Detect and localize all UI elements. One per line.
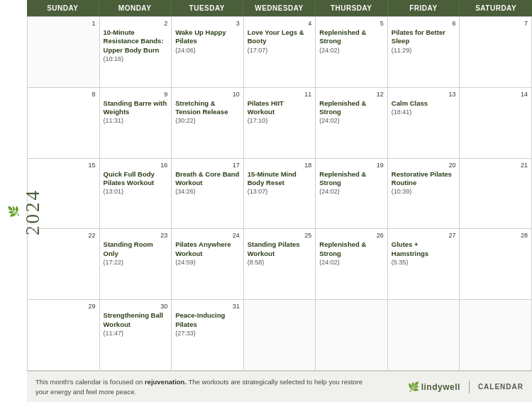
workout-title: 10-Minute Resistance Bands: Upper Body B… (104, 28, 168, 55)
workout-title: Wake Up Happy Pilates (175, 28, 240, 46)
footer-brand: 🌿 lindywell CALENDAR (408, 381, 523, 393)
day-cell: 15 (28, 159, 100, 230)
workout-title: Standing Room Only (104, 240, 168, 258)
day-number: 30 (104, 303, 168, 310)
day-number: 4 (248, 20, 312, 27)
workout-title: Restorative Pilates Routine (392, 170, 456, 188)
workout-duration: (11:47) (104, 330, 168, 337)
workout-title: Calm Class (392, 99, 456, 108)
workout-duration: (24:59) (175, 259, 240, 266)
day-cell (388, 300, 460, 371)
workout-duration: (24:02) (319, 47, 384, 54)
day-cell: 10Stretching & Tension Release(30:22) (172, 88, 244, 159)
header-friday: FRIDAY (388, 0, 460, 16)
day-number: 1 (31, 20, 96, 27)
day-number: 28 (463, 232, 528, 239)
workout-title: Replenished & Strong (319, 240, 384, 258)
day-number: 16 (104, 162, 168, 169)
workout-duration: (13:01) (104, 188, 168, 195)
day-cell: 1815-Minute Mind Body Reset(13:07) (244, 159, 316, 230)
day-cell: 4Love Your Legs & Booty(17:07) (244, 17, 316, 88)
day-cell: 25Standing Pilates Workout(8:58) (244, 229, 316, 300)
day-number: 23 (104, 232, 168, 239)
workout-title: Glutes + Hamstrings (392, 240, 456, 258)
workout-title: Pilates Anywhere Workout (175, 240, 240, 258)
day-cell: 6Pilates for Better Sleep(11:29) (388, 17, 460, 88)
day-cell: 210-Minute Resistance Bands: Upper Body … (100, 17, 172, 88)
day-number: 10 (175, 91, 240, 98)
day-number: 12 (319, 91, 384, 98)
day-number: 15 (31, 162, 96, 169)
workout-duration: (10:39) (392, 188, 456, 195)
workout-duration: (11:31) (104, 117, 168, 124)
workout-title: Replenished & Strong (319, 170, 384, 188)
brand-leaf-icon: 🌿 (408, 381, 419, 392)
day-number: 26 (319, 232, 384, 239)
day-number: 17 (175, 162, 240, 169)
day-number: 13 (392, 91, 456, 98)
workout-duration: (13:07) (248, 188, 312, 195)
day-number: 6 (392, 20, 456, 27)
day-cell: 27Glutes + Hamstrings(5:35) (388, 229, 460, 300)
header-wednesday: WEDNESDAY (243, 0, 316, 16)
workout-duration: (11:29) (392, 47, 456, 54)
workout-duration: (24:06) (175, 47, 240, 54)
day-number: 27 (392, 232, 456, 239)
workout-duration: (17:07) (248, 47, 312, 54)
workout-duration: (17:22) (104, 259, 168, 266)
day-number: 24 (175, 232, 240, 239)
day-cell: 21 (460, 159, 532, 230)
day-number: 31 (175, 303, 240, 310)
day-cell: 5Replenished & Strong(24:02) (316, 17, 388, 88)
workout-title: 15-Minute Mind Body Reset (248, 170, 312, 188)
day-number: 7 (463, 20, 528, 27)
footer-emphasis: rejuvenation. (145, 378, 187, 386)
footer-divider (469, 381, 470, 393)
day-cell: 19Replenished & Strong(24:02) (316, 159, 388, 230)
header-thursday: THURSDAY (316, 0, 388, 16)
workout-title: Replenished & Strong (319, 28, 384, 46)
workout-duration: (5:35) (392, 259, 456, 266)
workout-title: Peace-Inducing Pilates (175, 311, 240, 329)
day-number: 8 (31, 91, 96, 98)
day-cell: 31Peace-Inducing Pilates(27:33) (172, 300, 244, 371)
day-cell: 20Restorative Pilates Routine(10:39) (388, 159, 460, 230)
footer-calendar-label: CALENDAR (478, 383, 523, 391)
workout-title: Love Your Legs & Booty (248, 28, 312, 46)
workout-duration: (24:02) (319, 259, 384, 266)
day-number: 11 (248, 91, 312, 98)
workout-title: Stretching & Tension Release (175, 99, 240, 117)
day-cell (244, 300, 316, 371)
workout-duration: (27:33) (175, 330, 240, 337)
day-number: 21 (463, 162, 528, 169)
footer-description: This month's calendar is focused on reju… (35, 377, 376, 396)
day-number: 29 (31, 303, 96, 310)
footer-text-before: This month's calendar is focused on (35, 378, 145, 386)
day-number: 14 (463, 91, 528, 98)
calendar-grid: 1210-Minute Resistance Bands: Upper Body… (27, 16, 532, 371)
workout-title: Breath & Core Band Workout (175, 170, 240, 188)
day-cell: 11Pilates HIIT Workout(17:10) (244, 88, 316, 159)
day-cell: 24Pilates Anywhere Workout(24:59) (172, 229, 244, 300)
day-number: 3 (175, 20, 240, 27)
day-number: 2 (104, 20, 168, 27)
day-cell: 22 (28, 229, 100, 300)
day-cell (316, 300, 388, 371)
footer-bar: This month's calendar is focused on reju… (27, 371, 532, 402)
workout-duration: (10:16) (104, 55, 168, 62)
day-number: 19 (319, 162, 384, 169)
sidebar-leaf-icon: 🌿 (8, 206, 20, 218)
day-cell: 16Quick Full Body Pilates Workout(13:01) (100, 159, 172, 230)
workout-title: Quick Full Body Pilates Workout (104, 170, 168, 188)
day-cell: 26Replenished & Strong(24:02) (316, 229, 388, 300)
workout-duration: (24:02) (319, 117, 384, 124)
day-cell: 8 (28, 88, 100, 159)
workout-duration: (30:22) (175, 117, 240, 124)
workout-duration: (34:26) (175, 188, 240, 195)
day-cell: 12Replenished & Strong(24:02) (316, 88, 388, 159)
workout-duration: (24:02) (319, 188, 384, 195)
day-cell: 28 (460, 229, 532, 300)
day-number: 20 (392, 162, 456, 169)
workout-duration: (18:41) (392, 108, 456, 116)
day-number: 22 (31, 232, 96, 239)
